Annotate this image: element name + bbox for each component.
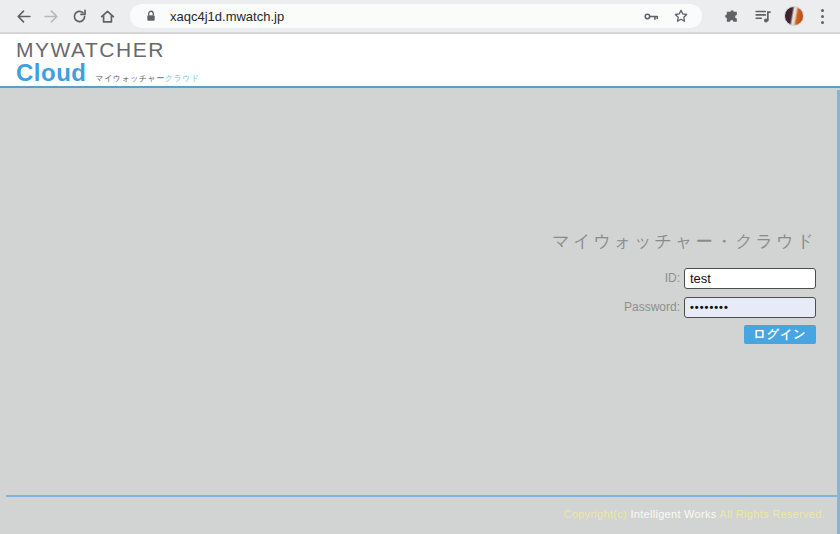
- page-footer: Copyright(c) Intelligent Works All Right…: [0, 495, 840, 534]
- extensions-puzzle-icon[interactable]: [720, 5, 742, 27]
- forward-icon[interactable]: [38, 3, 64, 29]
- copyright-rights: All Rights Reserved.: [719, 508, 825, 520]
- profile-avatar[interactable]: [784, 6, 804, 26]
- password-row: Password:: [624, 296, 816, 318]
- browser-toolbar: xaqc4j1d.mwatch.jp: [0, 0, 840, 33]
- footer-divider: [6, 495, 837, 497]
- copyright-prefix: Copyright(c): [564, 508, 628, 520]
- url-text[interactable]: xaqc4j1d.mwatch.jp: [170, 9, 640, 24]
- reload-icon[interactable]: [66, 3, 92, 29]
- playlist-icon[interactable]: [752, 5, 774, 27]
- menu-dots-icon[interactable]: [814, 5, 830, 27]
- logo-subtitle: マイウォッチャークラウド: [95, 73, 199, 84]
- toolbar-right-cluster: [710, 5, 830, 27]
- address-bar[interactable]: xaqc4j1d.mwatch.jp: [130, 4, 702, 28]
- main-content: マイウォッチャー・クラウド ID: Password: ログイン: [0, 90, 840, 495]
- lock-icon: [140, 5, 162, 27]
- copyright-company: Intelligent Works: [630, 508, 716, 520]
- login-button[interactable]: ログイン: [744, 325, 816, 344]
- logo-subtitle-katakana: マイウォッチャー: [95, 74, 164, 83]
- login-title: マイウォッチャー・クラウド: [553, 230, 817, 253]
- copyright-text: Copyright(c) Intelligent Works All Right…: [0, 495, 837, 520]
- bookmark-star-icon[interactable]: [670, 5, 692, 27]
- key-icon[interactable]: [640, 5, 662, 27]
- logo-subtitle-cloud: クラウド: [165, 74, 200, 83]
- mywatcher-logo: MYWATCHER Cloud マイウォッチャークラウド: [0, 34, 840, 85]
- password-input[interactable]: [684, 297, 816, 318]
- login-form: ID: Password: ログイン: [624, 267, 816, 344]
- site-header: MYWATCHER Cloud マイウォッチャークラウド: [0, 34, 840, 88]
- password-label: Password:: [624, 300, 680, 314]
- id-input[interactable]: [684, 268, 816, 289]
- id-label: ID:: [665, 271, 680, 285]
- home-icon[interactable]: [94, 3, 120, 29]
- id-row: ID:: [624, 267, 816, 289]
- back-icon[interactable]: [10, 3, 36, 29]
- logo-primary-text: MYWATCHER: [16, 39, 840, 61]
- logo-secondary-text: Cloud: [16, 61, 86, 85]
